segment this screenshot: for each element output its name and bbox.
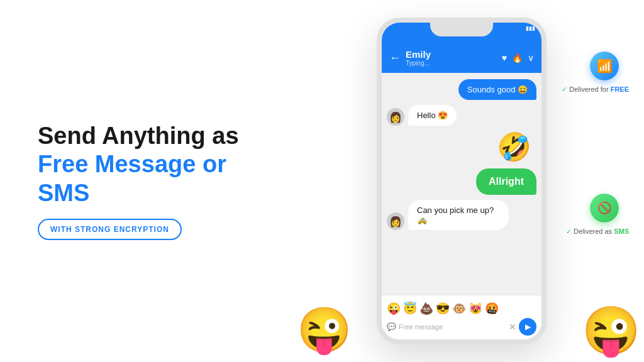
bubble-hello: Hello 😍 (408, 105, 457, 126)
clear-input-button[interactable]: ✕ (509, 322, 516, 332)
encryption-badge: WITH STRONG ENCRYPTION (38, 219, 182, 240)
sms-highlight: SMS (614, 228, 629, 235)
message-pickup: 👩 Can you pick me up? 🚕 (387, 200, 536, 230)
phone-notch (430, 23, 493, 36)
message-input-placeholder[interactable]: Free message (399, 323, 506, 331)
laugh-emoji-decoration: 😜 (582, 304, 641, 359)
checkmark-sms: ✓ (566, 228, 574, 235)
input-row: 💬 Free message ✕ ▶ (387, 318, 536, 336)
contact-info: Emily Typing... (406, 49, 497, 67)
phone-header: ← Emily Typing... ♥ 🔥 ∨ (382, 31, 541, 73)
right-section: ▮▮▮ ← Emily Typing... ♥ 🔥 ∨ Sounds good … (279, 0, 644, 362)
contact-status: Typing... (406, 60, 497, 67)
contact-name: Emily (406, 49, 497, 60)
delivered-sms-label: ✓ Delivered as SMS (566, 228, 629, 236)
avatar-emily-2: 👩 (387, 212, 404, 230)
chat-input-area: 😜 😇 💩 😎 🐵 😻 🤬 💬 Free message ✕ ▶ (382, 295, 541, 339)
message-indicator: 💬 (387, 322, 396, 331)
emoji-4[interactable]: 😎 (436, 302, 450, 315)
message-hello: 👩 Hello 😍 (387, 105, 536, 126)
headline-line1: Send Anything as (38, 123, 239, 149)
heart-icon[interactable]: ♥ (502, 53, 507, 63)
sms-icon: 🚫 (597, 201, 611, 215)
emoji-3[interactable]: 💩 (419, 302, 433, 315)
laugh-emoji: 🤣 (497, 131, 536, 163)
fire-icon[interactable]: 🔥 (512, 53, 523, 63)
emoji-5[interactable]: 🐵 (452, 302, 466, 315)
delivered-text: Delivered for (569, 85, 610, 93)
send-button[interactable]: ▶ (519, 318, 536, 336)
left-section: Send Anything as Free Message or SMS WIT… (0, 122, 264, 241)
checkmark-free: ✓ (562, 85, 569, 93)
emoji-6[interactable]: 😻 (469, 302, 482, 315)
emoji-7[interactable]: 🤬 (485, 302, 499, 315)
emoji-2[interactable]: 😇 (403, 302, 417, 315)
chat-area: Sounds good 😄 👩 Hello 😍 🤣 Allright 👩 Can… (382, 73, 541, 321)
emoji-row: 😜 😇 💩 😎 🐵 😻 🤬 (387, 299, 536, 318)
headline-line2: Free Message or SMS (38, 150, 264, 207)
back-button[interactable]: ← (389, 52, 401, 65)
message-sounds-good: Sounds good 😄 (387, 79, 536, 100)
free-highlight: FREE (611, 85, 629, 93)
message-allright: Allright (387, 168, 536, 195)
headline: Send Anything as Free Message or SMS (38, 122, 264, 208)
bubble-sounds-good: Sounds good 😄 (458, 79, 536, 100)
phone-mockup: ▮▮▮ ← Emily Typing... ♥ 🔥 ∨ Sounds good … (377, 18, 547, 344)
bubble-allright: Allright (476, 168, 536, 195)
sms-delivery-badge: 🚫 (590, 194, 619, 222)
delivered-free-label: ✓ Delivered for FREE (562, 85, 629, 94)
message-laugh-emoji: 🤣 (387, 131, 536, 163)
header-icons: ♥ 🔥 ∨ (502, 53, 534, 63)
wifi-delivery-badge: 📶 (590, 52, 619, 80)
emoji-1[interactable]: 😜 (387, 302, 401, 315)
avatar-emily: 👩 (387, 108, 404, 126)
bubble-pickup: Can you pick me up? 🚕 (408, 200, 509, 230)
delivered-as-text: Delivered as (574, 228, 614, 235)
wink-emoji-decoration: 😜 (297, 304, 352, 356)
wifi-icon: 📶 (597, 58, 613, 74)
chevron-down-icon[interactable]: ∨ (528, 53, 534, 63)
signal-icon: ▮▮▮ (526, 25, 535, 31)
